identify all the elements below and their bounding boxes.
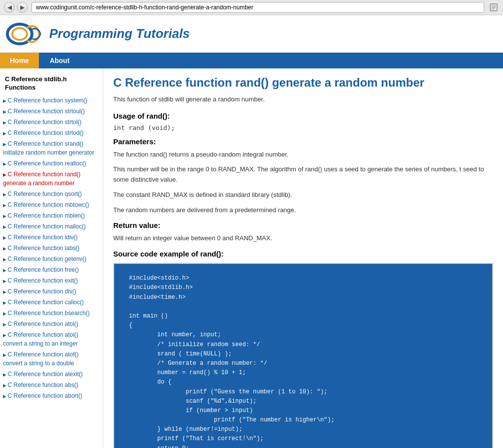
sidebar-item-rand[interactable]: C Reference function rand() generate a r… (0, 169, 103, 189)
site-title: Programming Tutorials (49, 26, 190, 41)
usage-code: int rand (void); (113, 124, 493, 131)
sidebar-item-labs[interactable]: C Reference function labs() (0, 243, 103, 254)
sidebar-item-bsearch[interactable]: C Reference function bsearch() (0, 308, 103, 319)
content-area: C Reference function rand() generate a r… (103, 68, 503, 448)
sidebar-item-mbtowc[interactable]: C Reference function mbtowc() (0, 199, 103, 210)
params-text2: This number will be in the range 0 to RA… (113, 164, 493, 185)
sidebar-item-atol[interactable]: C Reference function atol() (0, 319, 103, 329)
back-button[interactable]: ◀ (4, 2, 15, 13)
sidebar-item-exit[interactable]: C Reference function exit() (0, 275, 103, 286)
logo-area: Programming Tutorials (5, 20, 190, 47)
logo-icon (5, 20, 44, 47)
nav-buttons: ◀ ▶ (4, 2, 28, 13)
sidebar-item-atexit[interactable]: C Reference function atexit() (0, 369, 103, 380)
page-icon (488, 2, 499, 13)
sidebar-item-strtol[interactable]: C Reference function strtol() (0, 117, 103, 128)
sidebar-item-free[interactable]: C Reference function free() (0, 264, 103, 275)
svg-point-5 (12, 28, 27, 40)
sidebar-item-atoi[interactable]: C Reference function atoi() convert a st… (0, 329, 103, 349)
nav-bar: Home About (0, 53, 503, 68)
sidebar-item-ldiv[interactable]: C Reference function ldiv() (0, 232, 103, 243)
sidebar-item-mblen[interactable]: C Reference function mblen() (0, 210, 103, 221)
return-text: Will return an integer value between 0 a… (113, 233, 493, 244)
sidebar-item-strtoul[interactable]: C Reference function strtoul() (0, 106, 103, 117)
sidebar-item-system[interactable]: C Reference function system() (0, 95, 103, 106)
browser-chrome: ◀ ▶ (0, 0, 503, 15)
usage-heading: Usage of rand(): (113, 112, 493, 120)
nav-home[interactable]: Home (0, 53, 39, 68)
sidebar-item-calloc[interactable]: C Reference function calloc() (0, 297, 103, 308)
nav-about[interactable]: About (40, 53, 79, 68)
params-text1: The function rand() returns a pseudo-ran… (113, 150, 493, 160)
forward-button[interactable]: ▶ (17, 2, 28, 13)
sidebar-item-div[interactable]: C Reference function div() (0, 286, 103, 297)
source-code: #include<stdio.h> #include<stdlib.h> #in… (113, 263, 493, 448)
main-layout: C Reference stdlib.h Functions C Referen… (0, 68, 503, 448)
address-bar[interactable] (31, 2, 484, 13)
sidebar-item-srand[interactable]: C Reference function srand() initialize … (0, 138, 103, 158)
params-heading: Parameters: (113, 137, 493, 146)
return-heading: Return value: (113, 221, 493, 229)
sidebar-item-malloc[interactable]: C Reference function malloc() (0, 221, 103, 232)
sidebar-item-getenv[interactable]: C Reference function getenv() (0, 254, 103, 264)
site-header: Programming Tutorials (0, 15, 503, 53)
sidebar-item-abort[interactable]: C Reference function abort() (0, 390, 103, 401)
intro-text: This function of stdlib will generate a … (113, 95, 493, 104)
sidebar-item-qsort[interactable]: C Reference function qsort() (0, 189, 103, 199)
sidebar-title: C Reference stdlib.h (0, 73, 103, 84)
sidebar-item-atof[interactable]: C Reference function atof() convert a st… (0, 349, 103, 369)
sidebar-item-abs[interactable]: C Reference function abs() (0, 380, 103, 390)
source-heading: Source code example of rand(): (113, 250, 493, 258)
sidebar-item-strtod[interactable]: C Reference function strtod() (0, 128, 103, 138)
page-title: C Reference function rand() generate a r… (113, 76, 493, 90)
sidebar-subtitle: Functions (0, 84, 103, 95)
sidebar: C Reference stdlib.h Functions C Referen… (0, 68, 103, 448)
params-text4: The random numbers are delivered from a … (113, 205, 493, 216)
sidebar-item-realloc[interactable]: C Reference function realloc() (0, 158, 103, 169)
params-text3: The constant RAND_MAX is defined in stan… (113, 190, 493, 200)
